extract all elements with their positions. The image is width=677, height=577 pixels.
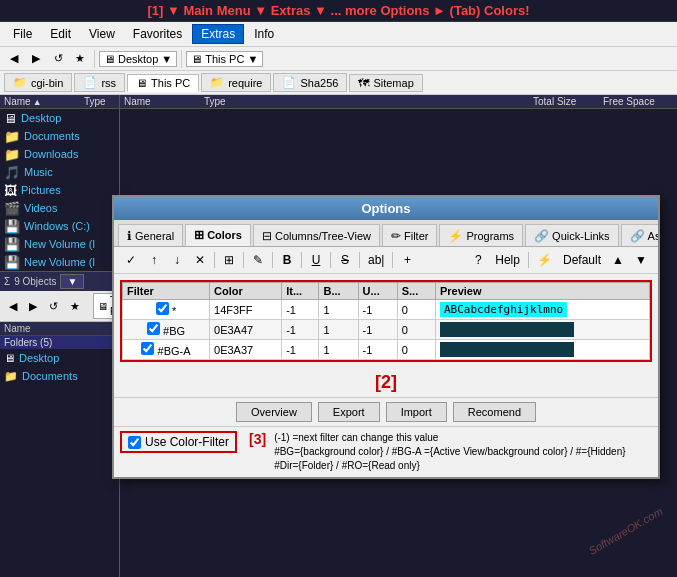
dtb-add[interactable]: + — [396, 250, 418, 270]
dtab-general[interactable]: ℹ General — [118, 224, 183, 246]
dtb-expand[interactable]: ▼ — [630, 250, 652, 270]
bp-entry-desktop[interactable]: 🖥 Desktop — [0, 349, 119, 367]
bottom-file-list: 🖥 Desktop 📁 Documents — [0, 349, 119, 385]
bt-back[interactable]: ◀ — [4, 298, 22, 315]
th-color[interactable]: Color — [210, 283, 282, 300]
file-name-music: Music — [24, 166, 115, 178]
dtb-underline[interactable]: U — [305, 250, 327, 270]
rcol-name[interactable]: Name — [124, 96, 204, 107]
color-row2-filter-cell[interactable]: #BG — [123, 320, 210, 340]
color-row2-preview — [435, 320, 649, 340]
tab-this-pc[interactable]: 🖥This PC — [127, 74, 199, 92]
tb-back[interactable]: ◀ — [4, 49, 24, 68]
dtb-ab[interactable]: ab| — [363, 250, 389, 270]
dtb-help[interactable]: Help — [490, 250, 525, 270]
dtb-lightning[interactable]: ⚡ — [532, 250, 557, 270]
bt-forward[interactable]: ▶ — [24, 298, 42, 315]
dtb-default[interactable]: Default — [558, 250, 606, 270]
bt-refresh[interactable]: ↺ — [44, 298, 63, 315]
file-name-desktop: Desktop — [21, 112, 115, 124]
btn-import[interactable]: Import — [386, 402, 447, 422]
address-pc-dropdown-icon[interactable]: ▼ — [247, 53, 258, 65]
file-entry-volume2[interactable]: 💾 New Volume (l — [0, 253, 119, 271]
th-u[interactable]: U... — [358, 283, 397, 300]
col-header-name[interactable]: Name ▲ — [4, 96, 84, 107]
col-header-type[interactable]: Type — [84, 96, 115, 107]
color-row1-check[interactable] — [156, 302, 169, 315]
dtab-quicklinks[interactable]: 🔗 Quick-Links — [525, 224, 618, 246]
dtb-down[interactable]: ↓ — [166, 250, 188, 270]
use-color-filter-check[interactable] — [128, 436, 141, 449]
menu-view[interactable]: View — [81, 25, 123, 43]
address-desktop-label: Desktop — [118, 53, 158, 65]
bp-entry-documents[interactable]: 📁 Documents — [0, 367, 119, 385]
rcol-totalsize[interactable]: Total Size — [533, 96, 603, 107]
file-entry-music[interactable]: 🎵 Music — [0, 163, 119, 181]
dtab-associ[interactable]: 🔗 Associ... — [621, 224, 658, 246]
dtb-strikethrough[interactable]: S — [334, 250, 356, 270]
color-row-2[interactable]: #BG 0E3A47 -1 1 -1 0 — [123, 320, 650, 340]
color-row2-check[interactable] — [147, 322, 160, 335]
file-entry-downloads[interactable]: 📁 Downloads — [0, 145, 119, 163]
bp-name-header[interactable]: Name — [4, 323, 115, 334]
dtb-up[interactable]: ↑ — [143, 250, 165, 270]
menu-info[interactable]: Info — [246, 25, 282, 43]
color-row3-filter-cell[interactable]: #BG-A — [123, 340, 210, 360]
dtab-filter[interactable]: ✏ Filter — [382, 224, 437, 246]
menu-extras[interactable]: Extras — [192, 24, 244, 44]
menu-favorites[interactable]: Favorites — [125, 25, 190, 43]
dtb-bold[interactable]: B — [276, 250, 298, 270]
tb-refresh[interactable]: ↺ — [48, 49, 68, 68]
address-bar-right[interactable]: 🖥 This PC ▼ — [186, 51, 263, 67]
file-name-volume1: New Volume (l — [24, 238, 115, 250]
th-s[interactable]: S... — [397, 283, 435, 300]
dtb-check[interactable]: ✓ — [120, 250, 142, 270]
color-row-3[interactable]: #BG-A 0E3A37 -1 1 -1 0 — [123, 340, 650, 360]
th-it[interactable]: It... — [282, 283, 319, 300]
dtb-grid[interactable]: ⊞ — [218, 250, 240, 270]
file-list: 🖥 Desktop 📁 Documents 📁 Downloads 🎵 Musi… — [0, 109, 119, 271]
file-entry-volume1[interactable]: 💾 New Volume (l — [0, 235, 119, 253]
use-color-filter-label[interactable]: Use Color-Filter — [145, 435, 229, 449]
dtb-delete[interactable]: ✕ — [189, 250, 211, 270]
file-entry-pictures[interactable]: 🖼 Pictures — [0, 181, 119, 199]
menu-edit[interactable]: Edit — [42, 25, 79, 43]
btn-export[interactable]: Export — [318, 402, 380, 422]
th-filter[interactable]: Filter — [123, 283, 210, 300]
file-entry-documents[interactable]: 📁 Documents — [0, 127, 119, 145]
address-bar-left[interactable]: 🖥 Desktop ▼ — [99, 51, 177, 67]
btn-overview[interactable]: Overview — [236, 402, 312, 422]
dtab-programs[interactable]: ⚡ Programs — [439, 224, 523, 246]
tb-bookmarks[interactable]: ★ — [70, 49, 90, 68]
bp-docs-icon: 📁 — [4, 370, 18, 383]
tab-require[interactable]: 📁require — [201, 73, 271, 92]
tab-sitemap[interactable]: 🗺Sitemap — [349, 74, 422, 92]
dtb-collapse[interactable]: ▲ — [607, 250, 629, 270]
dtab-colors[interactable]: ⊞ Colors — [185, 224, 251, 246]
tab-rss[interactable]: 📄rss — [74, 73, 125, 92]
status-objects-btn[interactable]: ▼ — [60, 274, 84, 289]
file-entry-desktop[interactable]: 🖥 Desktop — [0, 109, 119, 127]
color-row3-check[interactable] — [141, 342, 154, 355]
tab-cgi-bin[interactable]: 📁cgi-bin — [4, 73, 72, 92]
th-b[interactable]: B... — [319, 283, 358, 300]
bp-docs-name: Documents — [22, 370, 115, 382]
dtab-columns[interactable]: ⊟ Columns/Tree-View — [253, 224, 380, 246]
use-color-filter-wrap[interactable]: Use Color-Filter — [120, 431, 237, 453]
rcol-type[interactable]: Type — [204, 96, 533, 107]
dtb-pen[interactable]: ✎ — [247, 250, 269, 270]
address-dropdown-icon[interactable]: ▼ — [161, 53, 172, 65]
btn-recomend[interactable]: Recomend — [453, 402, 536, 422]
th-preview[interactable]: Preview — [435, 283, 649, 300]
file-entry-videos[interactable]: 🎬 Videos — [0, 199, 119, 217]
tab-sha256[interactable]: 📄Sha256 — [273, 73, 347, 92]
bt-bookmarks2[interactable]: ★ — [65, 298, 85, 315]
folders-label[interactable]: Folders (5) — [0, 336, 119, 349]
tb-forward[interactable]: ▶ — [26, 49, 46, 68]
file-entry-windows[interactable]: 💾 Windows (C:) — [0, 217, 119, 235]
color-row1-filter-cell[interactable]: * — [123, 300, 210, 320]
color-row-1[interactable]: * 14F3FF -1 1 -1 0 ABCabcdefghijklmno — [123, 300, 650, 320]
rcol-freespace[interactable]: Free Space — [603, 96, 673, 107]
menu-file[interactable]: File — [5, 25, 40, 43]
dtb-question[interactable]: ? — [467, 250, 489, 270]
